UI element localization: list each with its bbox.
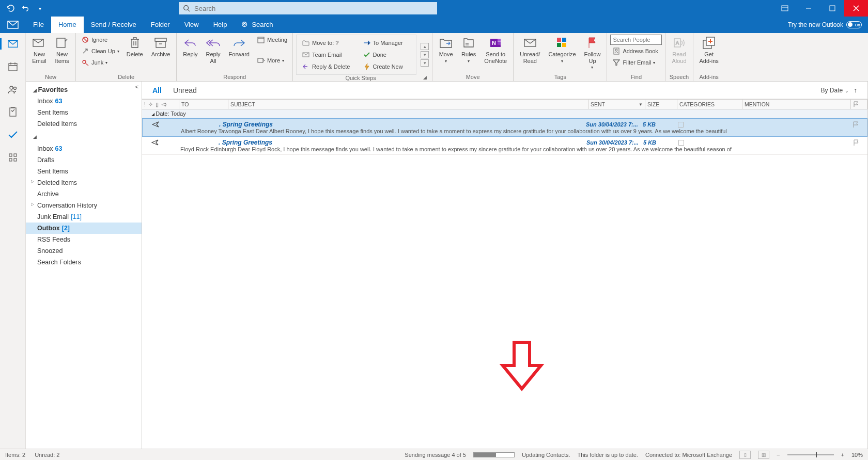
folder-rss-feeds[interactable]: RSS Feeds xyxy=(26,234,142,245)
close-button[interactable] xyxy=(844,0,868,17)
reply-delete-icon xyxy=(302,62,310,71)
clean-up-button[interactable]: Clean Up▾ xyxy=(79,46,121,56)
filter-unread[interactable]: Unread xyxy=(173,86,197,94)
folder-deleted-items[interactable]: Deleted Items xyxy=(26,177,142,188)
send-to-onenote-button[interactable]: NSend to OneNote xyxy=(481,35,510,65)
group-date-today[interactable]: Date: Today xyxy=(142,109,867,118)
col-mention[interactable]: MENTION xyxy=(742,100,851,109)
mail-module-icon[interactable] xyxy=(0,17,26,33)
rules-icon xyxy=(461,36,476,50)
forward-button[interactable]: Forward xyxy=(226,35,253,59)
message-flag[interactable] xyxy=(849,139,863,146)
try-new-outlook[interactable]: Try the new Outlook Off xyxy=(788,21,868,28)
message-row[interactable]: . Spring GreetingsSun 30/04/2023 7:...5 … xyxy=(142,118,867,137)
ribbon-display-button[interactable] xyxy=(773,0,797,17)
folder-sent-items[interactable]: Sent Items xyxy=(26,166,142,177)
tab-search[interactable]: Search xyxy=(234,17,280,33)
qs-reply-delete[interactable]: Reply & Delete xyxy=(300,61,352,72)
zoom-out[interactable]: − xyxy=(777,452,780,458)
new-items-button[interactable]: New Items xyxy=(52,35,72,65)
folder-junk-email[interactable]: Junk Email [11] xyxy=(26,211,142,223)
message-category[interactable] xyxy=(675,140,740,146)
col-sent[interactable]: SENT▼ xyxy=(588,100,645,109)
tab-home[interactable]: Home xyxy=(51,17,84,33)
folder-inbox[interactable]: Inbox 63 xyxy=(26,143,142,154)
favorite-folder-inbox[interactable]: Inbox 63 xyxy=(26,96,142,107)
unread-read-button[interactable]: Unread/ Read xyxy=(517,35,543,65)
ignore-button[interactable]: Ignore xyxy=(79,35,121,45)
categorize-button[interactable]: Categorize▾ xyxy=(545,35,579,65)
message-row[interactable]: . Spring GreetingsSun 30/04/2023 7:...5 … xyxy=(142,137,867,155)
folder-drafts[interactable]: Drafts xyxy=(26,154,142,166)
sort-direction[interactable]: ↑ xyxy=(854,86,858,94)
new-email-button[interactable]: New Email xyxy=(29,35,50,65)
people-icon[interactable] xyxy=(7,84,19,95)
delete-button[interactable]: Delete xyxy=(123,35,146,59)
col-size[interactable]: SIZE xyxy=(645,100,677,109)
col-categories[interactable]: CATEGORIES xyxy=(677,100,742,109)
search-bar[interactable] xyxy=(179,2,437,14)
folder-archive[interactable]: Archive xyxy=(26,188,142,200)
reply-button[interactable]: Reply xyxy=(180,35,200,59)
folder-search-folders[interactable]: Search Folders xyxy=(26,257,142,268)
tab-file[interactable]: File xyxy=(26,17,51,33)
view-reading-button[interactable]: ▥ xyxy=(758,451,769,459)
minimize-button[interactable] xyxy=(797,0,820,17)
folder-conversation-history[interactable]: Conversation History xyxy=(26,200,142,211)
junk-button[interactable]: Junk▾ xyxy=(79,57,121,68)
collapse-folder-pane[interactable]: < xyxy=(135,84,138,90)
favorites-header[interactable]: Favorites xyxy=(26,84,142,96)
col-icons[interactable]: !✧▯⏿ xyxy=(142,100,179,109)
maximize-button[interactable] xyxy=(820,0,844,17)
calendar-icon[interactable] xyxy=(7,61,19,72)
favorite-folder-sent-items[interactable]: Sent Items xyxy=(26,107,142,118)
message-category[interactable] xyxy=(675,122,740,128)
folder-snoozed[interactable]: Snoozed xyxy=(26,245,142,257)
zoom-in[interactable]: + xyxy=(841,452,844,458)
folder-outbox[interactable]: Outbox [2] xyxy=(26,223,142,234)
qs-done[interactable]: Done xyxy=(361,49,413,60)
search-people-input[interactable] xyxy=(610,35,662,45)
qs-to-manager[interactable]: To Manager xyxy=(361,37,413,48)
col-flag[interactable] xyxy=(851,100,867,109)
mail-icon[interactable] xyxy=(0,38,26,50)
refresh-icon[interactable] xyxy=(6,4,16,13)
tab-folder[interactable]: Folder xyxy=(144,17,177,33)
todo-icon[interactable] xyxy=(7,129,19,140)
move-button[interactable]: Move▾ xyxy=(436,35,456,65)
tab-help[interactable]: Help xyxy=(206,17,235,33)
get-addins-button[interactable]: Get Add-ins xyxy=(696,35,722,65)
reply-all-button[interactable]: Reply All xyxy=(203,35,223,65)
respond-more-button[interactable]: More▾ xyxy=(255,55,289,66)
folder-pane: < Favorites Inbox 63Sent ItemsDeleted It… xyxy=(26,82,142,449)
meeting-button[interactable]: Meeting xyxy=(255,35,289,45)
follow-up-button[interactable]: Follow Up▾ xyxy=(581,35,604,71)
qat-dropdown-icon[interactable]: ▾ xyxy=(35,4,44,13)
quicksteps-scroll[interactable]: ▴▾▾ xyxy=(421,35,429,75)
rules-button[interactable]: Rules▾ xyxy=(458,35,479,65)
search-input[interactable] xyxy=(194,5,433,12)
filter-email-button[interactable]: Filter Email▾ xyxy=(610,57,662,68)
tab-send-receive[interactable]: Send / Receive xyxy=(84,17,144,33)
view-normal-button[interactable]: ▯ xyxy=(739,451,751,459)
qs-move-to[interactable]: Move to: ? xyxy=(300,37,352,48)
try-new-outlook-toggle[interactable]: Off xyxy=(846,21,862,28)
col-to[interactable]: TO xyxy=(179,100,228,109)
tab-view[interactable]: View xyxy=(177,17,206,33)
favorite-folder-deleted-items[interactable]: Deleted Items xyxy=(26,118,142,130)
tasks-icon[interactable] xyxy=(7,106,19,118)
zoom-slider[interactable] xyxy=(787,454,834,455)
address-book-button[interactable]: Address Book xyxy=(610,46,662,56)
sort-by-date[interactable]: By Date ⌄ xyxy=(820,87,848,94)
message-flag[interactable] xyxy=(848,121,863,128)
archive-button[interactable]: Archive xyxy=(148,35,174,59)
quicksteps-launcher-icon[interactable]: ◢ xyxy=(423,75,427,81)
undo-icon[interactable] xyxy=(21,4,30,13)
filter-all[interactable]: All xyxy=(152,86,162,94)
account-header[interactable] xyxy=(26,130,142,143)
qs-team-email[interactable]: Team Email xyxy=(300,49,352,60)
more-apps-icon[interactable] xyxy=(7,152,19,163)
col-subject[interactable]: SUBJECT xyxy=(228,100,588,109)
read-aloud-icon: A xyxy=(672,36,686,50)
qs-create-new[interactable]: Create New xyxy=(361,61,413,72)
